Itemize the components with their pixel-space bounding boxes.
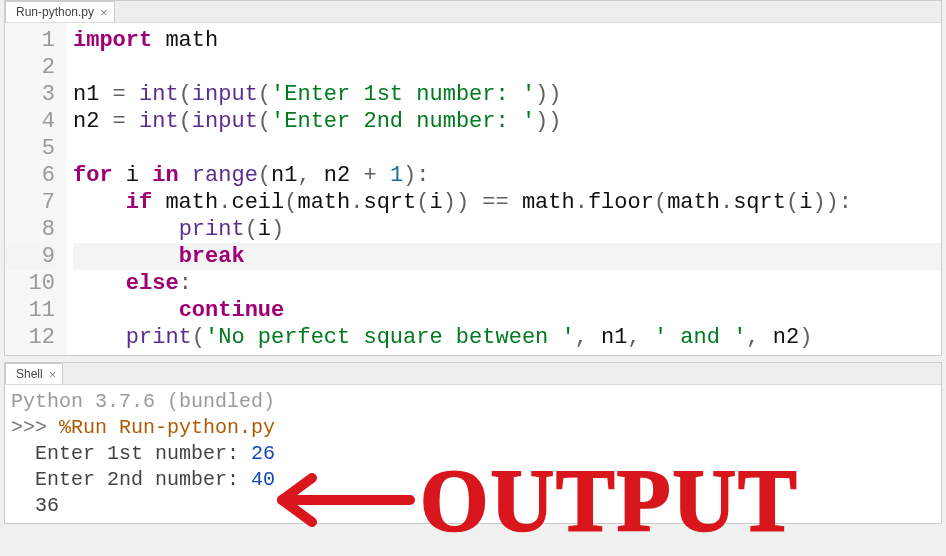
code-line[interactable]: import math [73, 27, 941, 54]
shell-tab[interactable]: Shell × [5, 363, 63, 384]
shell-tab-bar: Shell × [5, 363, 941, 385]
line-number: 7 [5, 189, 55, 216]
shell-line: 36 [11, 493, 935, 519]
code-line[interactable]: n1 = int(input('Enter 1st number: ')) [73, 81, 941, 108]
close-icon[interactable]: × [49, 368, 57, 381]
close-icon[interactable]: × [100, 6, 108, 19]
code-line[interactable]: print(i) [73, 216, 941, 243]
code-line[interactable]: break [73, 243, 941, 270]
code-content[interactable]: import math n1 = int(input('Enter 1st nu… [67, 23, 941, 355]
line-number: 8 [5, 216, 55, 243]
code-line[interactable]: for i in range(n1, n2 + 1): [73, 162, 941, 189]
editor-tab-label: Run-python.py [16, 5, 94, 19]
editor-tab-bar: Run-python.py × [5, 1, 941, 23]
line-number: 2 [5, 54, 55, 81]
line-number: 5 [5, 135, 55, 162]
editor-panel: Run-python.py × 123456789101112 import m… [4, 0, 942, 356]
line-number: 1 [5, 27, 55, 54]
code-line[interactable]: continue [73, 297, 941, 324]
shell-line: >>> %Run Run-python.py [11, 415, 935, 441]
line-number: 9 [5, 243, 55, 270]
shell-line: Enter 2nd number: 40 [11, 467, 935, 493]
shell-output[interactable]: Python 3.7.6 (bundled)>>> %Run Run-pytho… [5, 385, 941, 523]
editor-tab[interactable]: Run-python.py × [5, 1, 115, 22]
code-line[interactable] [73, 54, 941, 81]
line-number: 4 [5, 108, 55, 135]
code-editor[interactable]: 123456789101112 import math n1 = int(inp… [5, 23, 941, 355]
code-line[interactable]: else: [73, 270, 941, 297]
code-line[interactable]: if math.ceil(math.sqrt(i)) == math.floor… [73, 189, 941, 216]
line-number: 12 [5, 324, 55, 351]
shell-line: Enter 1st number: 26 [11, 441, 935, 467]
line-number: 10 [5, 270, 55, 297]
code-line[interactable]: n2 = int(input('Enter 2nd number: ')) [73, 108, 941, 135]
line-number: 11 [5, 297, 55, 324]
code-line[interactable]: print('No perfect square between ', n1, … [73, 324, 941, 351]
code-line[interactable] [73, 135, 941, 162]
line-number: 3 [5, 81, 55, 108]
shell-panel: Shell × Python 3.7.6 (bundled)>>> %Run R… [4, 362, 942, 524]
line-number-gutter: 123456789101112 [5, 23, 67, 355]
shell-tab-label: Shell [16, 361, 43, 387]
line-number: 6 [5, 162, 55, 189]
shell-line: Python 3.7.6 (bundled) [11, 389, 935, 415]
